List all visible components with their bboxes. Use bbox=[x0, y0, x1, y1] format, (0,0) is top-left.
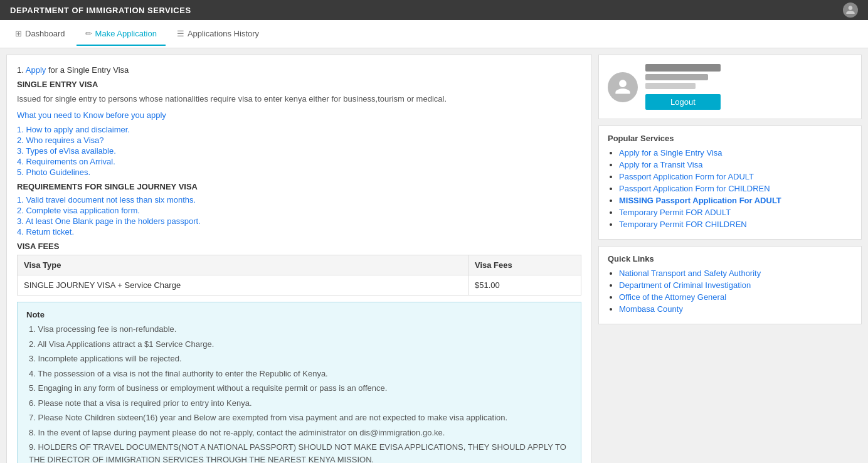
quick-links-list: National Transport and Safety Authority … bbox=[608, 269, 852, 314]
quick-link-3[interactable]: Office of the Attorney General bbox=[619, 292, 852, 302]
note-item-6: 6. Please note that a visa is required p… bbox=[26, 397, 572, 410]
user-name-bar2 bbox=[645, 74, 708, 80]
what-you-need-heading: What you need to Know before you apply bbox=[17, 109, 581, 122]
popular-service-3[interactable]: Passport Application Form for ADULT bbox=[619, 172, 852, 181]
ntsa-link[interactable]: National Transport and Safety Authority bbox=[619, 269, 761, 278]
mombasa-county-link[interactable]: Mombasa County bbox=[619, 304, 683, 314]
requirements-title: REQUIREMENTS FOR SINGLE JOURNEY VISA bbox=[17, 182, 581, 191]
nav-dashboard[interactable]: ⊞ Dashboard bbox=[6, 23, 74, 46]
user-card: Logout bbox=[598, 55, 862, 119]
req-3: 3. At least One Blank page in the holder… bbox=[17, 216, 581, 226]
attorney-general-link[interactable]: Office of the Attorney General bbox=[619, 292, 726, 302]
popular-services-title: Popular Services bbox=[608, 134, 852, 143]
single-entry-visa-link[interactable]: Apply for a Single Entry Visa bbox=[619, 148, 722, 157]
content-area: 1. Apply for a Single Entry Visa SINGLE … bbox=[6, 55, 592, 463]
photo-guidelines-link[interactable]: Photo Guidelines. bbox=[26, 168, 90, 177]
top-header: DEPARTMENT OF IMMIGRATION SERVICES bbox=[0, 0, 868, 20]
popular-service-2[interactable]: Apply for a Transit Visa bbox=[619, 160, 852, 169]
requirements-arrival-link[interactable]: Requirements on Arrival. bbox=[26, 157, 115, 166]
quick-link-4[interactable]: Mombasa County bbox=[619, 304, 852, 314]
nav-make-application[interactable]: ✏ Make Application bbox=[77, 23, 166, 46]
how-to-apply-link[interactable]: How to apply and disclaimer. bbox=[26, 125, 129, 134]
note-title: Note bbox=[26, 310, 572, 319]
main-layout: 1. Apply for a Single Entry Visa SINGLE … bbox=[0, 48, 868, 463]
info-text: Issued for single entry to persons whose… bbox=[17, 93, 581, 105]
who-requires-link[interactable]: Who requires a Visa? bbox=[26, 136, 103, 145]
note-item-5: 5. Engaging in any form of business or e… bbox=[26, 382, 572, 395]
quick-links-section: Quick Links National Transport and Safet… bbox=[598, 246, 862, 324]
passport-adult-link[interactable]: Passport Application Form for ADULT bbox=[619, 172, 754, 181]
note-item-3: 3. Incomplete applications will be rejec… bbox=[26, 353, 572, 365]
temp-permit-adult-link[interactable]: Temporary Permit FOR ADULT bbox=[619, 208, 731, 217]
nav-applications-history[interactable]: ☰ Applications History bbox=[168, 23, 268, 46]
visa-fees-table: Visa Type Visa Fees SINGLE JOURNEY VISA … bbox=[17, 255, 581, 295]
quick-link-2[interactable]: Department of Criminal Investigation bbox=[619, 280, 852, 290]
sidebar: Logout Popular Services Apply for a Sing… bbox=[598, 55, 862, 463]
note-list: 1. Visa processing fee is non-refundable… bbox=[26, 323, 572, 463]
popular-services-list: Apply for a Single Entry Visa Apply for … bbox=[608, 148, 852, 229]
site-title: DEPARTMENT OF IMMIGRATION SERVICES bbox=[10, 6, 191, 15]
req-2: 2. Complete visa application form. bbox=[17, 206, 581, 215]
req-1: 1. Valid travel document not less than s… bbox=[17, 195, 581, 205]
section-title-single-entry: SINGLE ENTRY VISA bbox=[17, 80, 581, 89]
logout-button[interactable]: Logout bbox=[645, 94, 721, 110]
missing-passport-link[interactable]: MISSING Passport Application For ADULT bbox=[619, 196, 781, 205]
popular-services-section: Popular Services Apply for a Single Entr… bbox=[598, 125, 862, 240]
quick-links-title: Quick Links bbox=[608, 254, 852, 263]
nav-dashboard-label: Dashboard bbox=[25, 29, 65, 38]
user-name-bar3 bbox=[645, 83, 696, 89]
popular-service-5[interactable]: MISSING Passport Application For ADULT bbox=[619, 196, 852, 205]
table-cell-visa-type: SINGLE JOURNEY VISA + Service Charge bbox=[18, 275, 468, 295]
list-item-1[interactable]: 1. How to apply and disclaimer. bbox=[17, 125, 581, 134]
heading-rest: for a Single Entry Visa bbox=[46, 65, 129, 75]
list-item-3[interactable]: 3. Types of eVisa available. bbox=[17, 146, 581, 156]
quick-link-1[interactable]: National Transport and Safety Authority bbox=[619, 269, 852, 278]
popular-service-1[interactable]: Apply for a Single Entry Visa bbox=[619, 148, 852, 157]
note-item-1: 1. Visa processing fee is non-refundable… bbox=[26, 323, 572, 336]
dci-link[interactable]: Department of Criminal Investigation bbox=[619, 280, 751, 290]
popular-service-7[interactable]: Temporary Permit FOR CHILDREN bbox=[619, 220, 852, 229]
table-header-visa-fees: Visa Fees bbox=[468, 255, 581, 275]
dashboard-icon: ⊞ bbox=[15, 29, 22, 38]
avatar bbox=[608, 72, 638, 102]
note-box: Note 1. Visa processing fee is non-refun… bbox=[17, 302, 581, 463]
pencil-icon: ✏ bbox=[85, 29, 92, 38]
popular-service-6[interactable]: Temporary Permit FOR ADULT bbox=[619, 208, 852, 217]
nav-applications-history-label: Applications History bbox=[188, 29, 259, 38]
requirements-list: 1. Valid travel document not less than s… bbox=[17, 195, 581, 237]
note-item-9: 9. HOLDERS OF TRAVEL DOCUMENTS(NOT A NAT… bbox=[26, 441, 572, 463]
req-4: 4. Return ticket. bbox=[17, 227, 581, 237]
passport-children-link[interactable]: Passport Application Form for CHILDREN bbox=[619, 184, 770, 193]
list-item-2[interactable]: 2. Who requires a Visa? bbox=[17, 136, 581, 145]
table-cell-visa-fee: $51.00 bbox=[468, 275, 581, 295]
list-item-4[interactable]: 4. Requirements on Arrival. bbox=[17, 157, 581, 166]
types-evisa-link[interactable]: Types of eVisa available. bbox=[26, 146, 116, 156]
header-avatar-icon bbox=[843, 3, 858, 18]
what-you-need-list: 1. How to apply and disclaimer. 2. Who r… bbox=[17, 125, 581, 177]
user-info: Logout bbox=[645, 64, 721, 110]
visa-fees-title: VISA FEES bbox=[17, 242, 581, 251]
transit-visa-link[interactable]: Apply for a Transit Visa bbox=[619, 160, 702, 169]
note-item-2: 2. All Visa Applications attract a $1 Se… bbox=[26, 338, 572, 351]
note-item-8: 8. In the event of lapse during payment … bbox=[26, 427, 572, 439]
navbar: ⊞ Dashboard ✏ Make Application ☰ Applica… bbox=[0, 20, 868, 48]
list-icon: ☰ bbox=[177, 29, 184, 38]
note-item-4: 4. The possession of a visa is not the f… bbox=[26, 368, 572, 380]
table-row: SINGLE JOURNEY VISA + Service Charge $51… bbox=[18, 275, 581, 295]
nav-make-application-label: Make Application bbox=[95, 29, 157, 38]
list-item-5[interactable]: 5. Photo Guidelines. bbox=[17, 168, 581, 177]
table-header-visa-type: Visa Type bbox=[18, 255, 468, 275]
apply-link[interactable]: Apply bbox=[26, 65, 46, 75]
temp-permit-children-link[interactable]: Temporary Permit FOR CHILDREN bbox=[619, 220, 747, 229]
note-item-7: 7. Please Note Children sixteen(16) year… bbox=[26, 412, 572, 424]
popular-service-4[interactable]: Passport Application Form for CHILDREN bbox=[619, 184, 852, 193]
user-name-bar bbox=[645, 64, 721, 72]
page-heading: 1. Apply for a Single Entry Visa bbox=[17, 65, 581, 75]
